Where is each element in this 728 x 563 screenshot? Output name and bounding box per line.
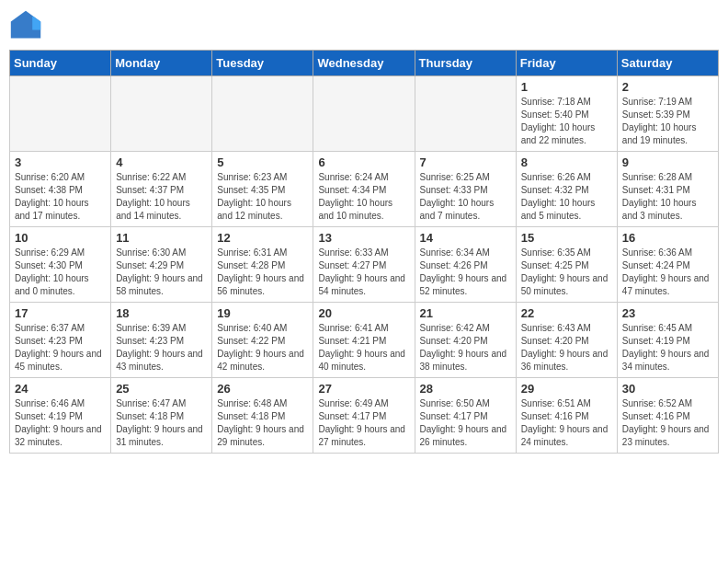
- day-info: Sunrise: 6:30 AM Sunset: 4:29 PM Dayligh…: [116, 247, 207, 298]
- day-number: 6: [318, 155, 409, 169]
- calendar-cell: 12Sunrise: 6:31 AM Sunset: 4:28 PM Dayli…: [212, 227, 313, 303]
- calendar-cell: 23Sunrise: 6:45 AM Sunset: 4:19 PM Dayli…: [617, 303, 718, 378]
- day-info: Sunrise: 6:51 AM Sunset: 4:16 PM Dayligh…: [521, 397, 612, 449]
- calendar-cell: 27Sunrise: 6:49 AM Sunset: 4:17 PM Dayli…: [313, 378, 415, 454]
- day-number: 11: [116, 231, 207, 245]
- weekday-header-sunday: Sunday: [10, 51, 111, 76]
- calendar-cell: [111, 76, 212, 152]
- day-info: Sunrise: 6:39 AM Sunset: 4:23 PM Dayligh…: [116, 322, 207, 373]
- calendar-cell: [415, 76, 516, 152]
- day-number: 16: [622, 231, 713, 245]
- calendar-cell: 15Sunrise: 6:35 AM Sunset: 4:25 PM Dayli…: [516, 227, 617, 303]
- day-number: 7: [420, 155, 511, 169]
- calendar-cell: 16Sunrise: 6:36 AM Sunset: 4:24 PM Dayli…: [617, 227, 718, 303]
- day-number: 21: [420, 306, 511, 320]
- day-number: 14: [420, 231, 511, 245]
- day-info: Sunrise: 6:43 AM Sunset: 4:20 PM Dayligh…: [521, 322, 612, 373]
- day-number: 15: [521, 231, 612, 245]
- day-info: Sunrise: 6:40 AM Sunset: 4:22 PM Dayligh…: [217, 322, 308, 373]
- calendar-cell: 29Sunrise: 6:51 AM Sunset: 4:16 PM Dayli…: [516, 378, 617, 454]
- calendar-cell: 18Sunrise: 6:39 AM Sunset: 4:23 PM Dayli…: [111, 303, 212, 378]
- calendar-cell: [212, 76, 313, 152]
- calendar-table: SundayMondayTuesdayWednesdayThursdayFrid…: [9, 50, 719, 454]
- day-number: 17: [15, 306, 106, 320]
- day-number: 4: [116, 155, 207, 169]
- day-number: 30: [622, 382, 713, 396]
- calendar-cell: [313, 76, 415, 152]
- day-number: 8: [521, 155, 612, 169]
- day-info: Sunrise: 6:37 AM Sunset: 4:23 PM Dayligh…: [15, 322, 106, 373]
- week-row-2: 10Sunrise: 6:29 AM Sunset: 4:30 PM Dayli…: [10, 227, 719, 303]
- day-number: 26: [217, 382, 308, 396]
- calendar-cell: 4Sunrise: 6:22 AM Sunset: 4:37 PM Daylig…: [111, 152, 212, 227]
- calendar-cell: 21Sunrise: 6:42 AM Sunset: 4:20 PM Dayli…: [415, 303, 516, 378]
- day-number: 19: [217, 306, 308, 320]
- day-info: Sunrise: 6:48 AM Sunset: 4:18 PM Dayligh…: [217, 397, 308, 449]
- day-info: Sunrise: 6:22 AM Sunset: 4:37 PM Dayligh…: [116, 171, 207, 223]
- day-info: Sunrise: 6:34 AM Sunset: 4:26 PM Dayligh…: [420, 247, 511, 298]
- day-number: 13: [318, 231, 409, 245]
- day-info: Sunrise: 6:36 AM Sunset: 4:24 PM Dayligh…: [622, 247, 713, 298]
- calendar-cell: 7Sunrise: 6:25 AM Sunset: 4:33 PM Daylig…: [415, 152, 516, 227]
- calendar-body: 1Sunrise: 7:18 AM Sunset: 5:40 PM Daylig…: [10, 76, 719, 454]
- day-info: Sunrise: 7:18 AM Sunset: 5:40 PM Dayligh…: [521, 96, 612, 147]
- day-number: 28: [420, 382, 511, 396]
- calendar-cell: 17Sunrise: 6:37 AM Sunset: 4:23 PM Dayli…: [10, 303, 111, 378]
- calendar-cell: 28Sunrise: 6:50 AM Sunset: 4:17 PM Dayli…: [415, 378, 516, 454]
- calendar-cell: 5Sunrise: 6:23 AM Sunset: 4:35 PM Daylig…: [212, 152, 313, 227]
- calendar-cell: 19Sunrise: 6:40 AM Sunset: 4:22 PM Dayli…: [212, 303, 313, 378]
- day-info: Sunrise: 6:52 AM Sunset: 4:16 PM Dayligh…: [622, 397, 713, 449]
- calendar-cell: 8Sunrise: 6:26 AM Sunset: 4:32 PM Daylig…: [516, 152, 617, 227]
- day-number: 2: [622, 80, 713, 94]
- day-number: 3: [15, 155, 106, 169]
- day-number: 18: [116, 306, 207, 320]
- weekday-header-wednesday: Wednesday: [313, 51, 415, 76]
- calendar-cell: 20Sunrise: 6:41 AM Sunset: 4:21 PM Dayli…: [313, 303, 415, 378]
- calendar-cell: 10Sunrise: 6:29 AM Sunset: 4:30 PM Dayli…: [10, 227, 111, 303]
- week-row-4: 24Sunrise: 6:46 AM Sunset: 4:19 PM Dayli…: [10, 378, 719, 454]
- day-info: Sunrise: 6:24 AM Sunset: 4:34 PM Dayligh…: [318, 171, 409, 223]
- calendar-cell: 25Sunrise: 6:47 AM Sunset: 4:18 PM Dayli…: [111, 378, 212, 454]
- day-info: Sunrise: 6:49 AM Sunset: 4:17 PM Dayligh…: [318, 397, 409, 449]
- calendar-cell: 11Sunrise: 6:30 AM Sunset: 4:29 PM Dayli…: [111, 227, 212, 303]
- week-row-1: 3Sunrise: 6:20 AM Sunset: 4:38 PM Daylig…: [10, 152, 719, 227]
- day-number: 29: [521, 382, 612, 396]
- calendar-cell: 26Sunrise: 6:48 AM Sunset: 4:18 PM Dayli…: [212, 378, 313, 454]
- day-number: 24: [15, 382, 106, 396]
- calendar-cell: 24Sunrise: 6:46 AM Sunset: 4:19 PM Dayli…: [10, 378, 111, 454]
- weekday-header-row: SundayMondayTuesdayWednesdayThursdayFrid…: [10, 51, 719, 76]
- day-info: Sunrise: 6:50 AM Sunset: 4:17 PM Dayligh…: [420, 397, 511, 449]
- logo: [9, 9, 46, 42]
- week-row-0: 1Sunrise: 7:18 AM Sunset: 5:40 PM Daylig…: [10, 76, 719, 152]
- day-info: Sunrise: 6:25 AM Sunset: 4:33 PM Dayligh…: [420, 171, 511, 223]
- day-number: 9: [622, 155, 713, 169]
- day-info: Sunrise: 6:26 AM Sunset: 4:32 PM Dayligh…: [521, 171, 612, 223]
- day-number: 22: [521, 306, 612, 320]
- calendar-cell: 22Sunrise: 6:43 AM Sunset: 4:20 PM Dayli…: [516, 303, 617, 378]
- day-info: Sunrise: 6:28 AM Sunset: 4:31 PM Dayligh…: [622, 171, 713, 223]
- day-number: 1: [521, 80, 612, 94]
- day-info: Sunrise: 6:42 AM Sunset: 4:20 PM Dayligh…: [420, 322, 511, 373]
- day-info: Sunrise: 6:31 AM Sunset: 4:28 PM Dayligh…: [217, 247, 308, 298]
- day-number: 10: [15, 231, 106, 245]
- day-info: Sunrise: 6:35 AM Sunset: 4:25 PM Dayligh…: [521, 247, 612, 298]
- weekday-header-friday: Friday: [516, 51, 617, 76]
- calendar-cell: 9Sunrise: 6:28 AM Sunset: 4:31 PM Daylig…: [617, 152, 718, 227]
- day-number: 20: [318, 306, 409, 320]
- day-number: 27: [318, 382, 409, 396]
- day-info: Sunrise: 7:19 AM Sunset: 5:39 PM Dayligh…: [622, 96, 713, 147]
- day-info: Sunrise: 6:29 AM Sunset: 4:30 PM Dayligh…: [15, 247, 106, 298]
- logo-icon: [9, 9, 42, 42]
- day-number: 23: [622, 306, 713, 320]
- weekday-header-tuesday: Tuesday: [212, 51, 313, 76]
- calendar-cell: 14Sunrise: 6:34 AM Sunset: 4:26 PM Dayli…: [415, 227, 516, 303]
- day-info: Sunrise: 6:41 AM Sunset: 4:21 PM Dayligh…: [318, 322, 409, 373]
- calendar-cell: [10, 76, 111, 152]
- day-info: Sunrise: 6:46 AM Sunset: 4:19 PM Dayligh…: [15, 397, 106, 449]
- calendar-cell: 2Sunrise: 7:19 AM Sunset: 5:39 PM Daylig…: [617, 76, 718, 152]
- weekday-header-monday: Monday: [111, 51, 212, 76]
- day-number: 12: [217, 231, 308, 245]
- day-number: 5: [217, 155, 308, 169]
- svg-marker-1: [32, 16, 40, 29]
- calendar-cell: 6Sunrise: 6:24 AM Sunset: 4:34 PM Daylig…: [313, 152, 415, 227]
